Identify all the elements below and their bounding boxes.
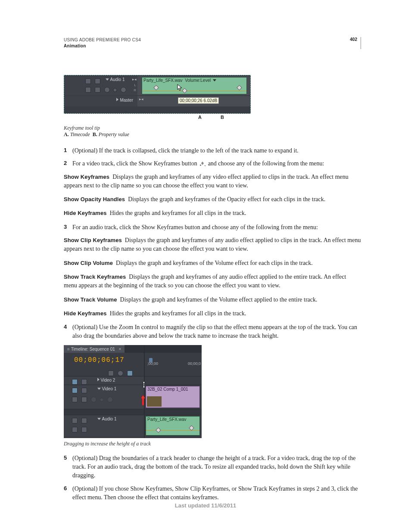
track-audio1-label: Audio 1 [102, 417, 117, 421]
track-video2-label: Video 2 [101, 378, 115, 383]
figure-keyframe-tooltip: Audio 1 ▸◂ L R Party_Life_SFX.w [64, 75, 361, 122]
def-show-keyframes: Show Keyframes Displays the graph and ke… [64, 173, 361, 190]
time-ruler: ;00;00 00;00;0 [145, 361, 202, 371]
pointer-cursor-icon [177, 84, 183, 92]
display-mode-icon [72, 427, 78, 432]
keyframe-diamond-icon [113, 87, 118, 92]
figure2-caption: Dragging to increase the height of a tra… [64, 441, 361, 447]
header-section: Animation [64, 43, 141, 49]
speaker-icon [85, 78, 91, 84]
track-video1-label: Video 1 [102, 386, 117, 391]
collapse-icon: ▸◂ [132, 77, 137, 81]
tooltip-timecode: 00;00;00;26 [180, 98, 202, 103]
display-mode-icon [72, 397, 78, 402]
lock-icon [95, 78, 100, 84]
def-show-clip-volume: Show Clip Volume Displays the graph and … [64, 259, 361, 268]
red-up-arrow-icon [140, 395, 146, 405]
keyframe-tooltip: 00;00;00;26 6.02dB [178, 97, 219, 104]
track-audio-label: Audio 1 [110, 77, 125, 82]
speaker-icon [72, 418, 78, 423]
clip-name: Party_Life_SFX.wav [143, 78, 183, 83]
keyframe-node [153, 85, 159, 90]
page-header: USING ADOBE PREMIERE PRO CS4 Animation 4… [64, 37, 361, 49]
audio-clip: Party_Life_SFX.wav Volume:Level [142, 77, 247, 94]
tooltip-value: 6.02dB [204, 98, 218, 103]
step-2: 2 For a video track, click the Show Keyf… [64, 159, 361, 168]
show-keyframes-icon [81, 427, 87, 432]
prev-keyframe-icon [91, 397, 97, 402]
marker-icon [118, 370, 123, 376]
next-keyframe-icon [107, 397, 113, 402]
figure-track-resize: ≡Timeline: Sequence 01 × 00;00;06;17 ;00… [64, 345, 361, 438]
keyframe-node [156, 427, 161, 433]
def-show-track-keyframes: Show Track Keyframes Displays the graph … [64, 273, 361, 290]
keyframe-node [189, 425, 194, 431]
def-hide-keyframes-1: Hide Keyframes Hides the graphs and keyf… [64, 209, 361, 218]
step-4: 4 (Optional) Use the Zoom In control to … [64, 323, 361, 341]
eye-icon [72, 388, 78, 393]
step-5: 5 (Optional) Drag the boundaries of a tr… [64, 454, 361, 480]
display-mode-icon [85, 87, 91, 93]
lock-icon [81, 388, 87, 393]
figure1-caption-title: Keyframe tool tip [64, 125, 361, 131]
resize-vertical-cursor-icon [140, 381, 147, 388]
step-1: 1 (Optional) If the track is collapsed, … [64, 146, 361, 155]
clip-name: 32B_02 Comp 1_001 [147, 387, 188, 392]
snap-icon [108, 370, 114, 376]
page-number: 402 [350, 37, 357, 42]
prev-keyframe-icon [104, 87, 110, 93]
video-clip: 32B_02 Comp 1_001 [146, 386, 200, 408]
lock-icon [81, 379, 87, 385]
def-hide-keyframes-2: Hide Keyframes Hides the graphs and keyf… [64, 309, 361, 318]
timeline-panel-tab: ≡Timeline: Sequence 01 × [64, 345, 125, 353]
step-3: 3 For an audio track, click the Show Key… [64, 223, 361, 232]
marker-b-label: B [221, 115, 224, 120]
show-keyframes-button-icon [199, 161, 206, 166]
svg-rect-0 [200, 165, 201, 166]
clip-effect-menu: Volume:Level [185, 78, 211, 83]
clip-name: Party_Life_SFX.wav [147, 417, 187, 422]
def-show-clip-keyframes: Show Clip Keyframes Displays the graph a… [64, 236, 361, 254]
close-icon: × [119, 347, 121, 352]
next-keyframe-icon [121, 87, 126, 93]
show-keyframes-icon [81, 397, 87, 402]
step-6: 6 (Optional) If you chose Show Keyframes… [64, 485, 361, 502]
keyframe-diamond-icon [100, 397, 104, 402]
def-show-opacity: Show Opacity Handles Displays the graph … [64, 195, 361, 204]
footer-last-updated: Last updated 11/6/2011 [0, 502, 411, 509]
set-encore-icon [127, 370, 133, 376]
header-title: USING ADOBE PREMIERE PRO CS4 [64, 37, 141, 43]
eye-icon [72, 379, 78, 385]
audio-clip: Party_Life_SFX.wav [146, 416, 200, 436]
figure1-caption-keys: A. Timecode B. Property value [64, 131, 361, 138]
lock-icon [81, 418, 87, 423]
keyframe-node [237, 85, 242, 90]
show-keyframes-icon [95, 87, 100, 93]
track-master-label: Master [120, 98, 133, 103]
marker-a-label: A [198, 115, 202, 120]
def-show-track-volume: Show Track Volume Displays the graph and… [64, 296, 361, 304]
